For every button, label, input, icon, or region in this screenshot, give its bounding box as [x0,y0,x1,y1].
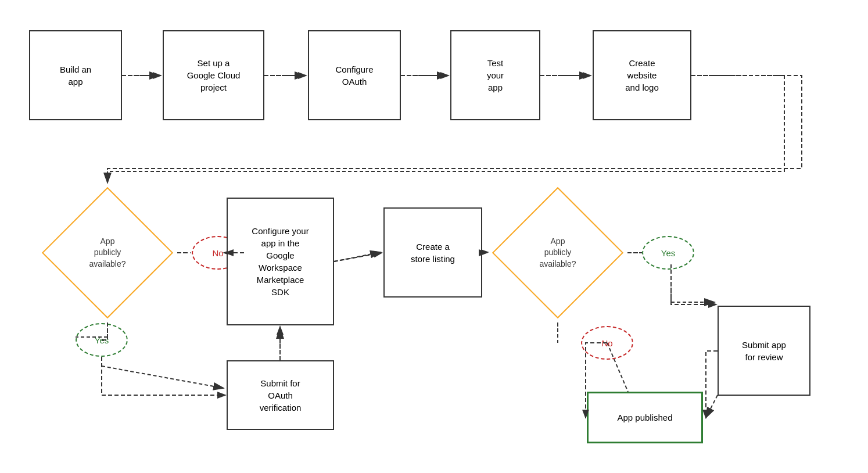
build-app-box: Build an app [29,30,122,120]
diamond1-wrap: Apppubliclyavailable? [38,183,177,322]
configure-sdk-box: Configure your app in the Google Workspa… [227,198,334,325]
yes-oval-2-label: Yes [661,248,675,258]
yes-oval-2: Yes [642,236,694,270]
test-app-label: Test your app [487,57,504,94]
flowchart-diagram: Build an app Set up a Google Cloud proje… [0,0,868,473]
configure-sdk-label: Configure your app in the Google Workspa… [252,225,309,298]
setup-gcp-label: Set up a Google Cloud project [187,57,241,94]
create-store-label: Create a store listing [411,241,455,265]
build-app-label: Build an app [60,63,91,88]
app-published-label: App published [617,411,672,424]
submit-review-box: Submit app for review [718,306,810,396]
create-website-box: Create website and logo [593,30,691,120]
no-oval-2-label: No [601,338,612,348]
submit-oauth-box: Submit for OAuth verification [227,360,334,430]
svg-line-15 [706,395,718,418]
yes-oval-1: Yes [76,323,128,357]
no-oval-1-label: No [212,248,223,258]
svg-line-18 [102,366,224,388]
svg-line-8 [334,252,381,261]
diamond2-wrap: Apppubliclyavailable? [488,183,627,322]
test-app-box: Test your app [450,30,540,120]
diamond2-label: Apppubliclyavailable? [539,236,576,270]
create-website-label: Create website and logo [625,57,659,94]
configure-oauth-label: Configure OAuth [335,63,373,88]
app-published-box: App published [587,392,703,443]
no-oval-2: No [581,326,633,360]
create-store-box: Create a store listing [383,207,482,298]
yes-oval-1-label: Yes [95,335,109,345]
svg-line-28 [334,253,382,261]
submit-review-label: Submit app for review [742,339,786,363]
submit-oauth-label: Submit for OAuth verification [260,377,302,414]
configure-oauth-box: Configure OAuth [308,30,401,120]
diamond1-label: Apppubliclyavailable? [89,236,125,270]
setup-gcp-box: Set up a Google Cloud project [163,30,264,120]
